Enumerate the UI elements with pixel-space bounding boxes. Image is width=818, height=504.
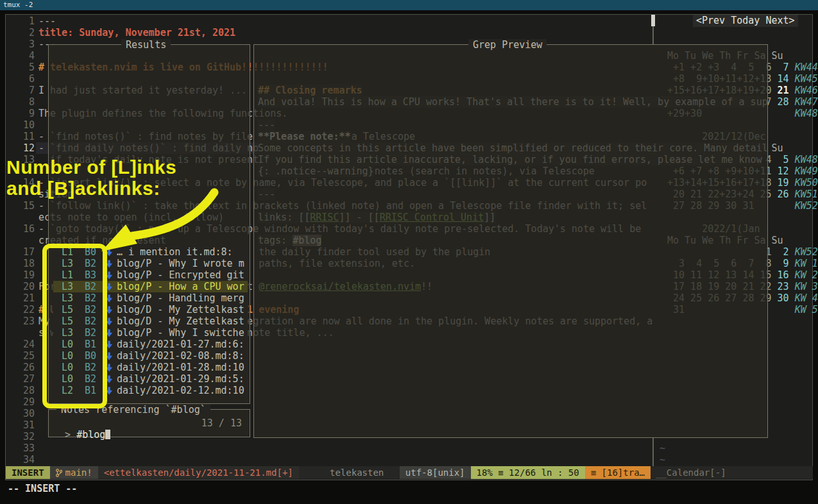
result-label: daily/2021-02-12.md:10 [117,385,244,396]
text-cursor [105,430,110,439]
line-number: 21 [14,292,35,304]
calendar-today-button[interactable]: Today [731,15,760,26]
annotation-highlight-box [42,244,107,408]
cursor-position: 18% ≡ 12/66 ln : 50 [471,466,585,479]
result-label: blog/P - Handling merg [117,292,244,304]
line-number: 5 [14,62,35,73]
result-label: daily/2021-01-27.md:6: [117,339,244,350]
line-number: 6 [14,73,35,85]
mode-indicator: INSERT [6,466,50,479]
window-separator [651,15,655,26]
line-number: 28 [14,385,35,396]
calendar-row: ~ [660,442,665,454]
line-number: 11 [14,131,35,142]
results-window-title: Results [121,39,171,51]
annotation-line-1: Number of [L]inks [6,156,176,178]
annotation-arrow [83,186,231,263]
line-number: 17 [14,246,35,258]
tmux-titlebar: tmux -2 [0,0,818,10]
buffer-row: --- [38,15,56,27]
line-number: 22 [14,304,35,315]
line-number: 32 [14,431,35,442]
prompt-input[interactable]: #blog [76,429,105,441]
grep-preview-window: Grep Preview [253,44,768,438]
line-number: 9 [14,108,35,119]
result-label: blog/P - Encrypted git [117,269,244,281]
line-number: 10 [14,119,35,131]
prompt-prefix: > [65,429,76,441]
result-label: blog/D - My Zettelkast [117,304,244,315]
calendar-row: ~ [660,454,665,466]
preview-window-title: Grep Preview [468,39,547,51]
line-number: 16 [14,223,35,235]
tmux-title-text: tmux -2 [3,1,33,9]
file-encoding: utf-8[unix] [400,466,471,479]
calendar-nav: <Prev Today Next> [693,15,798,27]
window-separator [652,26,654,44]
statusline-right-group: utf-8[unix] 18% ≡ 12/66 ln : 50 ≡ [16]tr… [400,466,651,479]
result-label: blog/P - Why I switche [117,327,244,339]
line-number: 2 [14,27,35,38]
result-label: daily/2021-02-08.md:8: [117,350,244,362]
line-number: 25 [14,350,35,362]
git-branch-icon [56,469,62,477]
line-number: 19 [14,269,35,281]
line-number: 33 [14,442,35,454]
line-number: 1 [14,15,35,27]
line-number: 7 [14,85,35,96]
result-label: blog/D - My Zettelkast [117,315,244,327]
calendar-next-button[interactable]: Next> [765,15,794,26]
line-number: 20 [14,281,35,292]
line-number: 34 [14,454,35,466]
calendar-prev-button[interactable]: <Prev [696,15,725,26]
line-number: 8 [14,96,35,108]
line-number: 27 [14,373,35,385]
line-number: 12 [14,142,35,154]
line-number: 3 [14,38,35,50]
result-label: daily/2021-01-28.md:10 [117,362,244,373]
line-number: 29 [14,396,35,408]
line-number: 24 [14,339,35,350]
line-number: 26 [14,362,35,373]
statusline: INSERT main! <ettelkasten/daily/2021-11-… [6,466,813,479]
git-branch-label: main! [65,466,92,479]
buffer-row: title: Sunday, November 21st, 2021 [38,27,235,38]
line-number: 30 [14,408,35,419]
result-label: daily/2021-01-29.md:5: [117,373,244,385]
window-separator [652,438,654,466]
result-label: blog/P - How a CPU wor [117,281,244,292]
git-branch: main! [50,466,98,479]
line-number: 15 [14,200,35,212]
line-number: 4 [14,50,35,62]
calendar-statusline: __Calendar[-] [656,466,726,479]
vim-mode-message: -- INSERT -- [8,483,77,494]
plugin-name: telekasten [330,466,384,479]
filename: <ettelkasten/daily/2021-11-21.md[+] [98,466,299,479]
line-number: 23 [14,315,35,327]
prompt-row: > #blog 13 / 13 [53,417,246,429]
line-number: 31 [14,419,35,431]
results-counter: 13 / 13 [201,417,242,429]
line-number: 18 [14,258,35,269]
buffer-info: ≡ [16]tra… [585,466,651,479]
